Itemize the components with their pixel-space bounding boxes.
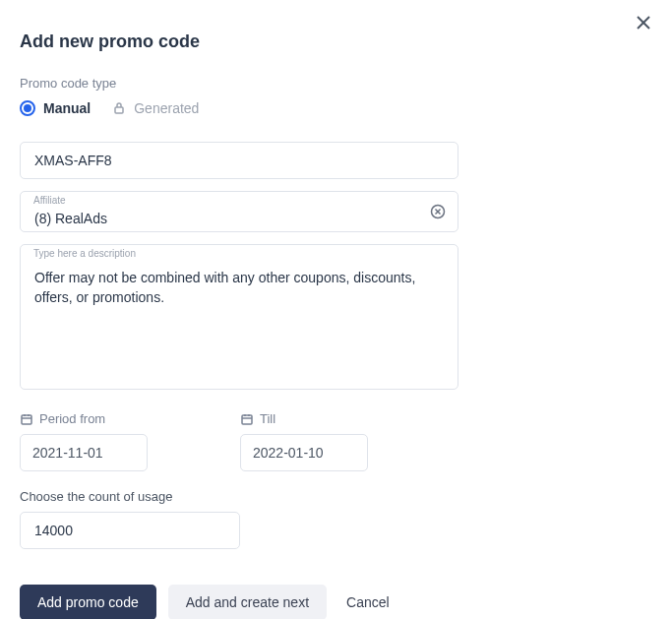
date-row: Period from Till	[20, 411, 458, 471]
promo-type-label: Promo code type	[20, 76, 652, 91]
actions-row: Add promo code Add and create next Cance…	[20, 585, 458, 619]
description-textarea[interactable]	[20, 244, 458, 390]
period-from-col: Period from	[20, 411, 240, 471]
modal-title: Add new promo code	[20, 31, 652, 52]
affiliate-input-wrap: Affiliate	[20, 191, 458, 232]
close-button[interactable]	[635, 14, 652, 31]
period-till-col: Till	[240, 411, 459, 471]
description-placeholder: Type here a description	[33, 248, 136, 259]
calendar-icon	[240, 412, 254, 426]
period-from-label: Period from	[39, 411, 105, 426]
period-till-input[interactable]	[240, 434, 368, 471]
radio-generated[interactable]: Generated	[112, 100, 199, 116]
clear-affiliate-button[interactable]	[429, 203, 447, 220]
usage-input[interactable]	[20, 512, 240, 549]
close-icon	[637, 16, 650, 30]
svg-rect-2	[115, 107, 123, 113]
radio-icon	[20, 100, 35, 116]
description-wrap: Type here a description	[20, 244, 458, 394]
radio-manual-label: Manual	[43, 100, 91, 116]
calendar-icon	[20, 412, 33, 426]
period-till-label: Till	[260, 411, 275, 426]
affiliate-label: Affiliate	[33, 195, 66, 206]
period-from-input[interactable]	[20, 434, 148, 471]
add-promo-button[interactable]: Add promo code	[20, 585, 156, 619]
code-input-wrap	[20, 142, 458, 179]
form-area: Affiliate Type here a description Perio	[20, 142, 458, 619]
period-till-label-row: Till	[240, 411, 459, 426]
svg-rect-6	[22, 415, 31, 424]
radio-manual[interactable]: Manual	[20, 100, 91, 116]
svg-rect-10	[242, 415, 252, 424]
cancel-button[interactable]: Cancel	[346, 594, 390, 610]
radio-generated-label: Generated	[134, 100, 199, 116]
add-and-next-button[interactable]: Add and create next	[168, 585, 327, 619]
promo-code-input[interactable]	[20, 142, 458, 179]
period-from-label-row: Period from	[20, 411, 148, 426]
lock-icon	[112, 101, 126, 115]
usage-label: Choose the count of usage	[20, 489, 458, 504]
affiliate-input[interactable]	[20, 191, 458, 232]
promo-type-radio-group: Manual Generated	[20, 100, 652, 116]
clear-circle-icon	[430, 204, 446, 219]
